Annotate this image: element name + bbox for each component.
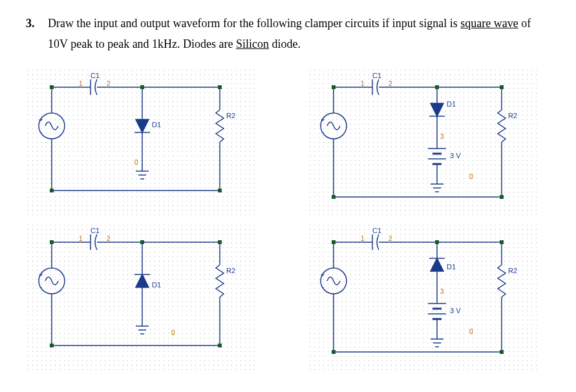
label-batt-d: 3 V — [450, 307, 461, 315]
svg-rect-43 — [435, 85, 439, 89]
node1-c: 1 — [79, 235, 83, 242]
label-c1-b: C1 — [372, 72, 381, 79]
node0-c: 0 — [171, 329, 175, 336]
svg-rect-20 — [218, 189, 222, 192]
question-text: Draw the input and output waveform for t… — [48, 13, 550, 55]
label-r2-d: R2 — [508, 267, 517, 274]
svg-marker-55 — [136, 274, 149, 287]
src-plus-c: + — [39, 271, 43, 278]
node2-c: 2 — [107, 235, 111, 242]
src-minus-c: - — [40, 283, 43, 291]
qtext-part3: diode. — [269, 37, 301, 50]
label-d1-a: D1 — [152, 121, 161, 129]
svg-rect-44 — [332, 195, 336, 199]
svg-rect-93 — [500, 350, 504, 354]
svg-rect-92 — [500, 240, 504, 244]
src-minus-a: - — [40, 128, 43, 136]
svg-rect-46 — [500, 195, 504, 199]
node0-d: 0 — [469, 328, 473, 335]
svg-rect-66 — [218, 240, 222, 244]
node1-b: 1 — [361, 80, 365, 87]
svg-rect-16 — [50, 85, 54, 89]
src-plus-a: + — [39, 116, 43, 123]
qtext-part1: Draw the input and output waveform for t… — [48, 17, 460, 30]
svg-marker-28 — [431, 103, 443, 116]
node0-a: 0 — [134, 159, 138, 166]
node2-b: 2 — [389, 80, 392, 87]
svg-marker-76 — [431, 258, 443, 271]
svg-rect-45 — [500, 85, 504, 89]
svg-rect-42 — [332, 85, 336, 89]
svg-marker-7 — [136, 119, 149, 132]
src-minus-d: - — [322, 283, 325, 291]
src-minus-b: - — [322, 128, 325, 136]
label-r2-b: R2 — [508, 112, 517, 119]
src-plus-b: + — [321, 116, 325, 123]
node1-a: 1 — [79, 80, 83, 87]
label-r2-a: R2 — [226, 112, 235, 119]
label-c1-c: C1 — [91, 227, 100, 234]
svg-rect-89 — [332, 240, 336, 244]
svg-rect-18 — [50, 189, 54, 192]
circuit-d: C1 D1 R2 3 V 1 2 3 0 + - — [308, 223, 540, 371]
circuit-b: C1 D1 R2 3 V 1 2 3 0 + - — [308, 68, 540, 216]
svg-rect-64 — [140, 240, 144, 244]
question-number: 3. — [26, 13, 41, 55]
label-r2-c: R2 — [226, 267, 235, 274]
label-d1-b: D1 — [447, 100, 456, 108]
svg-rect-63 — [50, 240, 54, 244]
svg-rect-17 — [140, 85, 144, 89]
circuit-c: C1 D1 R2 1 2 0 + - — [26, 223, 259, 371]
label-d1-d: D1 — [447, 263, 456, 271]
circuit-a: C1 D1 R2 1 2 0 + - — [26, 68, 259, 216]
svg-rect-19 — [218, 85, 222, 89]
question-block: 3. Draw the input and output waveform fo… — [26, 13, 550, 55]
label-c1-a: C1 — [91, 72, 100, 79]
src-plus-d: + — [321, 271, 325, 278]
label-d1-c: D1 — [152, 281, 161, 289]
node3-b: 3 — [440, 133, 444, 140]
node2-a: 2 — [107, 80, 111, 87]
node3-d: 3 — [440, 288, 444, 295]
circuits-grid: C1 D1 R2 1 2 0 + - — [26, 68, 550, 371]
label-c1-d: C1 — [372, 227, 381, 234]
qtext-underline2: Silicon — [236, 37, 269, 50]
node0-b: 0 — [469, 173, 473, 180]
svg-rect-67 — [218, 344, 222, 347]
svg-rect-90 — [435, 240, 439, 244]
qtext-underline1: square wave — [460, 17, 518, 30]
label-batt-b: 3 V — [450, 152, 461, 160]
svg-rect-91 — [332, 350, 336, 354]
svg-rect-65 — [50, 344, 54, 347]
node2-d: 2 — [389, 235, 392, 242]
node1-d: 1 — [361, 235, 365, 242]
